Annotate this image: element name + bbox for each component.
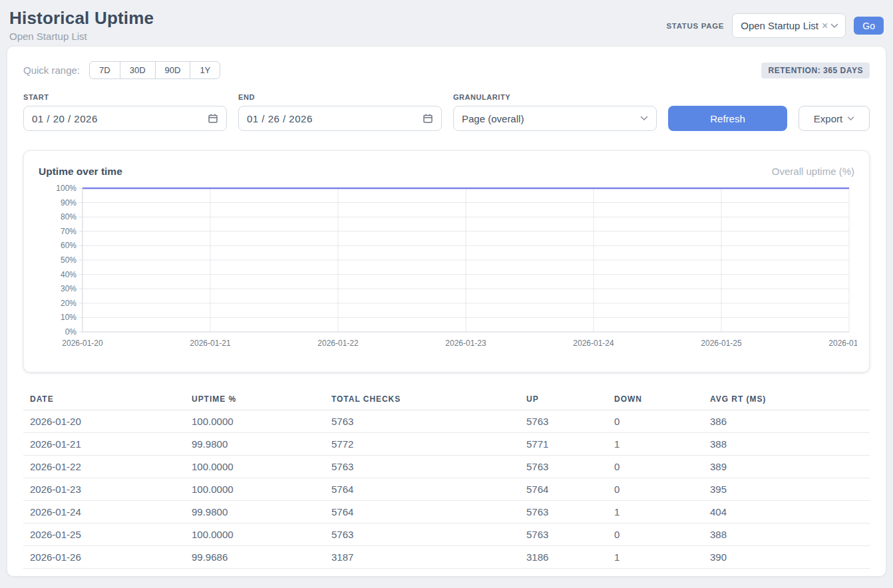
refresh-button[interactable]: Refresh	[668, 106, 787, 131]
granularity-selected-value: Page (overall)	[462, 113, 640, 124]
table-cell: 100.0000	[185, 410, 325, 433]
table-cell: 2026-01-20	[23, 410, 185, 433]
y-axis-tick-label: 30%	[61, 284, 77, 293]
chevron-down-icon	[640, 116, 648, 121]
table-cell: 0	[608, 523, 703, 546]
table-cell: 5764	[520, 478, 608, 501]
column-header: DATE	[23, 390, 185, 410]
table-cell: 100.0000	[185, 523, 325, 546]
quick-range-30d-button[interactable]: 30D	[120, 61, 156, 79]
page-title: Historical Uptime	[9, 8, 154, 29]
filters-row: START 01 / 20 / 2026 END 01 / 26 / 2026	[23, 93, 870, 131]
quick-range-7d-button[interactable]: 7D	[89, 61, 120, 79]
table-cell: 404	[703, 501, 870, 523]
table-cell: 5763	[325, 456, 520, 478]
chart-legend: Overall uptime (%)	[772, 166, 854, 177]
y-axis-tick-label: 100%	[56, 184, 77, 193]
quick-range-label: Quick range:	[23, 65, 80, 76]
status-page-select[interactable]: Open Startup List ×	[732, 13, 846, 38]
calendar-icon[interactable]	[208, 113, 218, 124]
x-axis-tick-label: 2026-01-25	[701, 339, 742, 348]
export-button[interactable]: Export	[799, 106, 870, 131]
chevron-down-icon	[847, 116, 854, 121]
start-date-input[interactable]: 01 / 20 / 2026	[23, 106, 227, 131]
table-cell: 99.9800	[185, 433, 325, 456]
column-header: DOWN	[608, 390, 703, 410]
column-header: UPTIME %	[185, 390, 325, 410]
header-controls: STATUS PAGE Open Startup List × Go	[666, 13, 884, 38]
table-row: 2026-01-22100.0000576357630389	[23, 456, 870, 478]
granularity-select[interactable]: Page (overall)	[453, 106, 657, 131]
column-header: TOTAL CHECKS	[325, 390, 520, 410]
table-cell: 5763	[520, 410, 608, 433]
status-page-label: STATUS PAGE	[666, 22, 724, 30]
table-row: 2026-01-25100.0000576357630388	[23, 523, 870, 546]
quick-range-group-wrap: Quick range: 7D30D90D1Y	[23, 61, 220, 79]
table-cell: 388	[703, 433, 870, 456]
table-cell: 1	[608, 433, 703, 456]
y-axis-tick-label: 10%	[61, 313, 77, 322]
table-cell: 5763	[325, 523, 520, 546]
table-cell: 3186	[520, 546, 608, 569]
x-axis-tick-label: 2026-01-23	[445, 339, 486, 348]
export-button-label: Export	[814, 113, 842, 124]
start-date-field: START 01 / 20 / 2026	[23, 93, 227, 131]
table-row: 2026-01-2199.9800577257711388	[23, 433, 870, 456]
table-cell: 3187	[325, 546, 520, 569]
table-cell: 99.9686	[185, 546, 325, 569]
y-axis-tick-label: 0%	[65, 327, 77, 337]
uptime-chart: 0%10%20%30%40%50%60%70%80%90%100%2026-01…	[39, 183, 857, 355]
retention-badge: RETENTION: 365 DAYS	[761, 63, 870, 78]
table-cell: 2026-01-24	[23, 501, 185, 523]
start-date-value: 01 / 20 / 2026	[32, 113, 208, 124]
table-row: 2026-01-2699.9686318731861390	[23, 546, 870, 569]
table-header-row: DATEUPTIME %TOTAL CHECKSUPDOWNAVG RT (MS…	[23, 390, 870, 410]
table-row: 2026-01-2499.9800576457631404	[23, 501, 870, 523]
table-cell: 2026-01-21	[23, 433, 185, 456]
table-cell: 5763	[325, 410, 520, 433]
quick-range-group: 7D30D90D1Y	[89, 61, 220, 79]
top-header: Historical Uptime Open Startup List STAT…	[7, 7, 886, 46]
quick-range-row: Quick range: 7D30D90D1Y RETENTION: 365 D…	[23, 61, 870, 79]
x-axis-tick-label: 2026-01-22	[317, 339, 359, 348]
chevron-down-icon	[830, 23, 838, 29]
column-header: AVG RT (MS)	[703, 390, 870, 410]
go-button[interactable]: Go	[854, 17, 884, 35]
chart-title: Uptime over time	[39, 166, 122, 178]
end-date-input[interactable]: 01 / 26 / 2026	[238, 106, 442, 131]
table-cell: 2026-01-25	[23, 523, 185, 546]
x-axis-tick-label: 2026-01-26	[828, 339, 857, 348]
start-label: START	[23, 93, 227, 101]
table-cell: 0	[608, 410, 703, 433]
calendar-icon[interactable]	[423, 113, 433, 124]
table-cell: 5764	[325, 478, 520, 501]
clear-selection-icon[interactable]: ×	[822, 21, 828, 31]
table-cell: 5771	[520, 433, 608, 456]
quick-range-90d-button[interactable]: 90D	[155, 61, 191, 79]
y-axis-tick-label: 20%	[61, 299, 77, 308]
end-date-value: 01 / 26 / 2026	[247, 113, 423, 124]
y-axis-tick-label: 90%	[61, 198, 77, 208]
y-axis-tick-label: 70%	[61, 227, 77, 236]
table-cell: 5763	[520, 523, 608, 546]
quick-range-1y-button[interactable]: 1Y	[190, 61, 220, 79]
end-label: END	[238, 93, 442, 101]
x-axis-tick-label: 2026-01-21	[190, 339, 231, 348]
table-cell: 2026-01-26	[23, 546, 185, 569]
table-body: 2026-01-20100.00005763576303862026-01-21…	[23, 410, 870, 569]
main-panel: Quick range: 7D30D90D1Y RETENTION: 365 D…	[7, 46, 886, 577]
page-subtitle: Open Startup List	[9, 31, 154, 42]
x-axis-tick-label: 2026-01-24	[573, 339, 614, 348]
x-axis-tick-label: 2026-01-20	[62, 339, 103, 348]
table-cell: 395	[703, 478, 870, 501]
table-cell: 386	[703, 410, 870, 433]
granularity-field: GRANULARITY Page (overall)	[453, 93, 657, 131]
y-axis-tick-label: 80%	[61, 212, 77, 221]
table-cell: 1	[608, 501, 703, 523]
table-cell: 2026-01-22	[23, 456, 185, 478]
table-cell: 5772	[325, 433, 520, 456]
table-cell: 99.9800	[185, 501, 325, 523]
table-cell: 100.0000	[185, 478, 325, 501]
table-cell: 5763	[520, 456, 608, 478]
chart-header: Uptime over time Overall uptime (%)	[39, 166, 854, 178]
